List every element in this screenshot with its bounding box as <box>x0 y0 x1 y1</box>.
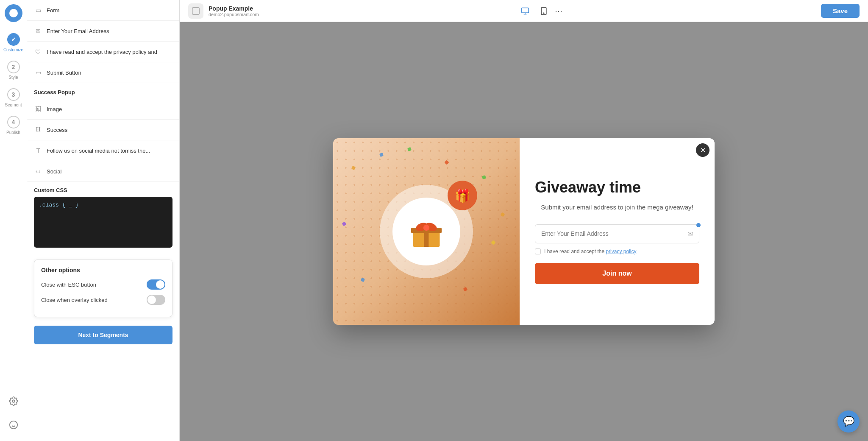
follow-label: Follow us on social media not tomiss the… <box>47 148 150 154</box>
app-logo[interactable] <box>5 4 22 22</box>
privacy-label: I have read and accept the privacy polic… <box>47 49 157 55</box>
emoji-icon[interactable] <box>6 417 21 433</box>
save-button[interactable]: Save <box>821 4 860 18</box>
custom-css-section: Custom CSS .class { _ } <box>27 182 179 254</box>
success-label: Success <box>47 127 67 133</box>
more-options-button[interactable]: ⋯ <box>555 6 562 16</box>
svg-point-6 <box>543 13 544 14</box>
nav-circle-publish: 4 <box>7 116 20 128</box>
other-options-panel: Other options Close with ESC button Clos… <box>34 260 172 317</box>
popup-title: Giveaway time <box>535 179 699 196</box>
image-icon: 🖼 <box>34 105 42 113</box>
popup-left-section: 🎁 <box>333 138 520 325</box>
svg-rect-3 <box>192 7 200 14</box>
form-label: Form <box>47 7 59 14</box>
social-icon: ⇔ <box>34 167 42 176</box>
nav-circle-style: 2 <box>7 61 20 73</box>
panel-item-form[interactable]: ▭ Form <box>27 0 179 21</box>
panel-item-follow[interactable]: T Follow us on social media not tomiss t… <box>27 140 179 161</box>
panel-item-privacy[interactable]: 🛡 I have read and accept the privacy pol… <box>27 42 179 62</box>
privacy-icon: 🛡 <box>34 47 42 56</box>
form-icon: ▭ <box>34 6 42 14</box>
canvas-area: Popup Example demo2.popupsmart.com ⋯ Sav… <box>180 0 868 441</box>
sidebar-item-style[interactable]: 2 Style <box>0 56 27 84</box>
nav-label-segment: Segment <box>5 103 22 107</box>
nav-label-publish: Publish <box>6 130 20 135</box>
email-dot <box>696 223 701 227</box>
nav-circle-segment: 3 <box>7 88 20 101</box>
settings-icon[interactable] <box>6 394 21 409</box>
brand-info: Popup Example demo2.popupsmart.com <box>209 5 259 17</box>
success-icon: H <box>34 126 42 134</box>
esc-toggle-row: Close with ESC button <box>41 279 165 290</box>
canvas-content: ✕ <box>180 22 868 441</box>
panel-item-image[interactable]: 🖼 Image <box>27 99 179 120</box>
esc-toggle[interactable] <box>147 279 165 290</box>
canvas-toolbar: Popup Example demo2.popupsmart.com ⋯ Sav… <box>180 0 868 22</box>
overlay-label: Close when overlay clicked <box>41 297 108 303</box>
gift-badge: 🎁 <box>448 181 477 210</box>
brand-name: Popup Example <box>209 5 259 12</box>
nav-circle-customize: ✓ <box>7 33 20 46</box>
esc-toggle-knob <box>156 280 164 289</box>
image-label: Image <box>47 106 62 112</box>
checkbox-label: I have read and accept the privacy polic… <box>544 248 636 254</box>
custom-css-label: Custom CSS <box>34 187 172 193</box>
popup-right-section: Giveaway time Submit your email address … <box>520 138 715 325</box>
popup-email-input[interactable] <box>541 230 687 237</box>
gift-circle-outer: 🎁 <box>380 185 473 278</box>
popup-close-button[interactable]: ✕ <box>696 143 709 157</box>
submit-label: Submit Button <box>47 70 81 76</box>
mobile-view-button[interactable] <box>536 3 551 19</box>
panel-item-success[interactable]: H Success <box>27 120 179 140</box>
desktop-view-button[interactable] <box>517 3 533 19</box>
follow-icon: T <box>34 146 42 155</box>
popup-subtitle: Submit your email address to join the me… <box>535 203 699 212</box>
svg-rect-4 <box>521 8 529 13</box>
svg-point-13 <box>423 225 429 231</box>
panel-item-social[interactable]: ⇔ Social <box>27 161 179 182</box>
css-editor[interactable]: .class { _ } <box>34 197 172 248</box>
gift-circle-inner <box>392 198 460 265</box>
sidebar-item-publish[interactable]: 4 Publish <box>0 112 27 139</box>
svg-point-1 <box>12 400 15 402</box>
privacy-policy-link[interactable]: privacy policy <box>606 248 636 254</box>
nav-bottom <box>6 394 21 441</box>
email-icon: ✉ <box>34 27 42 35</box>
popup-checkbox-row: I have read and accept the privacy polic… <box>535 248 699 254</box>
other-options-title: Other options <box>41 267 165 274</box>
left-panel: ▭ Form ✉ Enter Your Email Address 🛡 I ha… <box>27 0 180 441</box>
overlay-toggle[interactable] <box>147 295 165 305</box>
sidebar-item-segment[interactable]: 3 Segment <box>0 84 27 112</box>
popup-email-row: ✉ <box>535 224 699 243</box>
panel-item-email[interactable]: ✉ Enter Your Email Address <box>27 21 179 42</box>
popup-checkbox[interactable] <box>535 248 541 254</box>
next-to-segments-button[interactable]: Next to Segments <box>34 326 172 344</box>
social-label: Social <box>47 168 61 175</box>
brand-url: demo2.popupsmart.com <box>209 12 259 17</box>
popup-email-icon: ✉ <box>687 230 693 238</box>
nav-label-style: Style <box>8 75 18 80</box>
popup-container: ✕ <box>333 138 715 325</box>
svg-point-2 <box>9 421 17 429</box>
chat-bubble[interactable]: 💬 <box>837 410 860 433</box>
overlay-toggle-row: Close when overlay clicked <box>41 295 165 305</box>
submit-icon: ▭ <box>34 68 42 77</box>
sidebar-item-customize[interactable]: ✓ Customize <box>0 29 27 56</box>
nav-label-customize: Customize <box>3 47 23 52</box>
email-label: Enter Your Email Address <box>47 28 109 34</box>
success-popup-label: Success Popup <box>27 83 179 99</box>
popup-overlay: ✕ <box>180 22 868 441</box>
toolbar-center: ⋯ <box>517 3 562 19</box>
toolbar-left: Popup Example demo2.popupsmart.com <box>188 3 259 19</box>
panel-item-submit[interactable]: ▭ Submit Button <box>27 62 179 83</box>
svg-point-0 <box>9 9 18 17</box>
sidebar-nav: ✓ Customize 2 Style 3 Segment 4 Publish <box>0 0 27 441</box>
close-icon: ✕ <box>700 146 706 154</box>
overlay-toggle-knob <box>147 296 156 304</box>
join-now-button[interactable]: Join now <box>535 263 699 284</box>
esc-label: Close with ESC button <box>41 282 96 288</box>
brand-icon <box>188 3 203 19</box>
